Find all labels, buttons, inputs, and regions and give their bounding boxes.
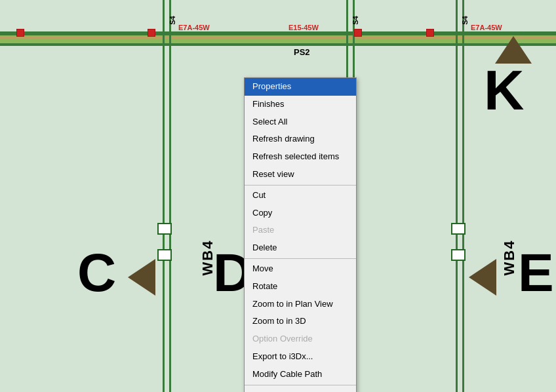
menu-item-finishes[interactable]: Finishes <box>245 96 356 113</box>
menu-item-reset-view[interactable]: Reset view <box>245 166 356 184</box>
cable-label-right: E7A-45W <box>471 24 502 31</box>
menu-item-select-all[interactable]: Select All <box>245 113 356 131</box>
h-line-tan <box>0 37 556 39</box>
menu-item-information[interactable]: Information <box>245 387 356 392</box>
menu-separator <box>245 185 356 186</box>
red-marker-3 <box>354 29 362 37</box>
wb4-right: WB4 <box>501 240 518 276</box>
arrow-left-1 <box>128 259 155 296</box>
cable-label-mid: E15-45W <box>288 24 319 31</box>
e-letter: E <box>518 246 554 300</box>
menu-item-cut[interactable]: Cut <box>245 187 356 205</box>
v-line-2 <box>169 0 171 392</box>
s4-label-1: S4 <box>169 16 176 24</box>
context-menu: PropertiesFinishesSelect AllRefresh draw… <box>244 77 357 392</box>
menu-item-zoom-3d[interactable]: Zoom to in 3D <box>245 313 356 330</box>
menu-item-move[interactable]: Move <box>245 260 356 278</box>
v-line-1 <box>163 0 165 392</box>
arrow-up <box>495 36 532 64</box>
menu-item-delete[interactable]: Delete <box>245 239 356 257</box>
menu-item-rotate[interactable]: Rotate <box>245 278 356 296</box>
menu-item-modify-cable[interactable]: Modify Cable Path <box>245 366 356 383</box>
menu-item-copy[interactable]: Copy <box>245 205 356 222</box>
menu-separator <box>245 258 356 259</box>
cable-label-left: E7A-45W <box>178 24 210 31</box>
elec-box-6 <box>451 249 466 261</box>
v-line-5 <box>456 0 458 392</box>
h-line-2 <box>0 43 556 46</box>
arrow-left-2 <box>469 259 496 296</box>
menu-item-export-i3dx[interactable]: Export to i3Dx... <box>245 348 356 366</box>
red-marker-2 <box>148 29 155 37</box>
elec-box-1 <box>157 223 172 235</box>
menu-item-option-override: Option Override <box>245 330 356 348</box>
menu-item-zoom-plan[interactable]: Zoom to in Plan View <box>245 296 356 313</box>
menu-item-refresh-drawing[interactable]: Refresh drawing <box>245 130 356 148</box>
menu-item-refresh-selected[interactable]: Refresh selected items <box>245 148 356 166</box>
s4-label-2: S4 <box>351 16 359 24</box>
c-letter: C <box>77 246 116 300</box>
s4-label-3: S4 <box>461 16 469 24</box>
menu-item-properties[interactable]: Properties <box>245 78 356 96</box>
ps2-label: PS2 <box>294 47 310 57</box>
k-letter: K <box>484 62 524 118</box>
elec-box-5 <box>451 223 466 235</box>
menu-separator <box>245 385 356 385</box>
red-marker-4 <box>426 29 434 37</box>
elec-box-2 <box>157 249 172 261</box>
v-line-6 <box>462 0 464 392</box>
red-marker-1 <box>16 29 24 37</box>
menu-item-paste: Paste <box>245 222 356 239</box>
